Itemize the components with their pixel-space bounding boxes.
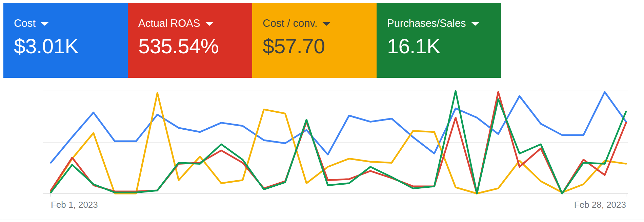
x-axis-label-start: Feb 1, 2023 xyxy=(51,200,98,210)
cost-per-conv-line xyxy=(51,93,626,193)
x-axis-label-end: Feb 28, 2023 xyxy=(574,200,626,210)
actual-roas-line xyxy=(51,92,626,193)
performance-time-series-chart[interactable]: Feb 1, 2023 Feb 28, 2023 xyxy=(0,0,644,222)
page-bottom-border xyxy=(0,220,644,220)
cost-line xyxy=(51,92,626,163)
